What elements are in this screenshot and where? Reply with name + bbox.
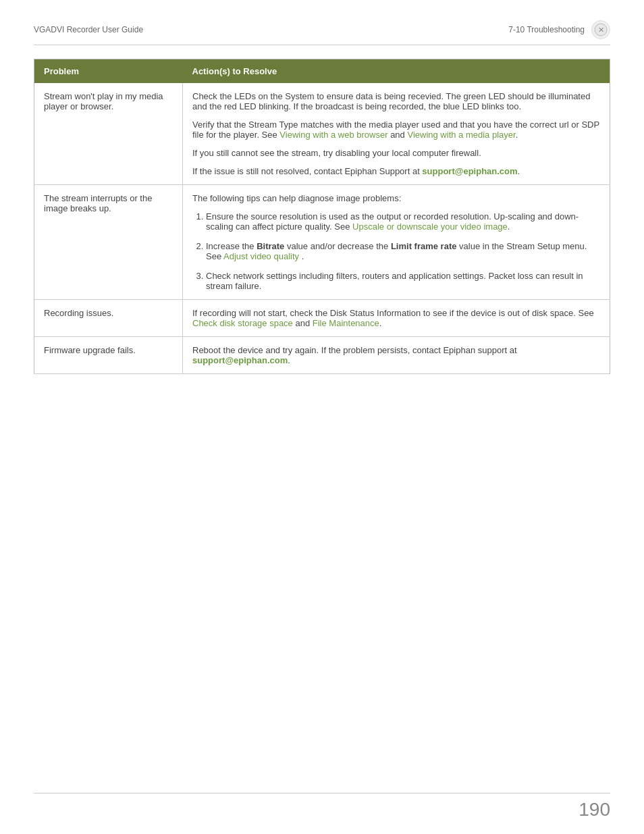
header-left: VGADVI Recorder User Guide (34, 25, 143, 34)
problem-text: Recording issues. (44, 308, 113, 318)
epiphan-logo-icon: ✕ (591, 20, 610, 39)
check-disk-link[interactable]: Check disk storage space (192, 318, 293, 328)
col-actions-header: Action(s) to Resolve (183, 59, 610, 84)
page-number: 190 (579, 799, 610, 820)
action-text: Reboot the device and try again. If the … (192, 345, 517, 355)
adjust-quality-link[interactable]: Adjust video quality (223, 251, 299, 261)
chapter-title: 7-10 Troubleshooting (508, 25, 585, 34)
support-email-link-2[interactable]: support@epiphan.com (192, 355, 288, 365)
list-item-end: . (299, 251, 304, 261)
action-text: If you still cannot see the stream, try … (192, 148, 481, 158)
action-block: The following tips can help diagnose ima… (192, 193, 600, 203)
problem-text: Stream won't play in my media player or … (44, 91, 163, 111)
problem-cell: The stream interrupts or the image break… (34, 185, 183, 300)
guide-title: VGADVI Recorder User Guide (34, 25, 143, 34)
action-text-middle: and (293, 318, 313, 328)
svg-text:✕: ✕ (598, 26, 604, 34)
action-text-middle: and (388, 130, 408, 140)
action-list-block: Ensure the source resolution is used as … (192, 211, 600, 291)
actions-cell: Check the LEDs on the System to ensure d… (183, 83, 610, 185)
actions-cell: If recording will not start, check the D… (183, 300, 610, 337)
table-row: Stream won't play in my media player or … (34, 83, 610, 185)
list-item: Ensure the source resolution is used as … (206, 211, 600, 232)
list-item: Check network settings including filters… (206, 271, 600, 291)
action-list: Ensure the source resolution is used as … (192, 211, 600, 291)
support-email-link-1[interactable]: support@epiphan.com (422, 166, 517, 176)
action-text-end: . (516, 130, 518, 140)
table-row: Recording issues. If recording will not … (34, 300, 610, 337)
action-block: Verify that the Stream Type matches with… (192, 120, 600, 140)
action-text-end: . (518, 166, 520, 176)
action-block: If the issue is still not resolved, cont… (192, 166, 600, 176)
actions-cell: Reboot the device and try again. If the … (183, 337, 610, 374)
viewing-media-player-link[interactable]: Viewing with a media player (407, 130, 515, 140)
upscale-link[interactable]: Upscale or downscale your video image (352, 221, 508, 232)
action-text: Check the LEDs on the System to ensure d… (192, 91, 590, 111)
problem-text: The stream interrupts or the image break… (44, 193, 152, 213)
table-row: The stream interrupts or the image break… (34, 185, 610, 300)
table-row: Firmware upgrade fails. Reboot the devic… (34, 337, 610, 374)
page-header: VGADVI Recorder User Guide 7-10 Troubles… (34, 20, 610, 45)
header-right: 7-10 Troubleshooting ✕ (508, 20, 610, 39)
action-text: If the issue is still not resolved, cont… (192, 166, 422, 176)
action-block: If you still cannot see the stream, try … (192, 148, 600, 158)
page-container: VGADVI Recorder User Guide 7-10 Troubles… (0, 0, 644, 415)
list-item-end: . (508, 221, 510, 232)
actions-cell: The following tips can help diagnose ima… (183, 185, 610, 300)
viewing-web-browser-link[interactable]: Viewing with a web browser (279, 130, 387, 140)
action-text-end: . (379, 318, 382, 328)
action-block: Check the LEDs on the System to ensure d… (192, 91, 600, 111)
action-block: If recording will not start, check the D… (192, 308, 600, 328)
list-item-text: Check network settings including filters… (206, 271, 583, 291)
list-item: Increase the Bitrate value and/or decrea… (206, 241, 600, 261)
col-problem-header: Problem (34, 59, 183, 84)
action-block: Reboot the device and try again. If the … (192, 345, 600, 365)
problem-cell: Firmware upgrade fails. (34, 337, 183, 374)
problem-cell: Stream won't play in my media player or … (34, 83, 183, 185)
problem-cell: Recording issues. (34, 300, 183, 337)
troubleshooting-table: Problem Action(s) to Resolve Stream won'… (34, 59, 610, 374)
action-text: The following tips can help diagnose ima… (192, 193, 401, 203)
action-text-end: . (288, 355, 290, 365)
file-maintenance-link[interactable]: File Maintenance (313, 318, 379, 328)
action-text: If recording will not start, check the D… (192, 308, 594, 318)
problem-text: Firmware upgrade fails. (44, 345, 136, 355)
page-footer: 190 (34, 793, 610, 820)
